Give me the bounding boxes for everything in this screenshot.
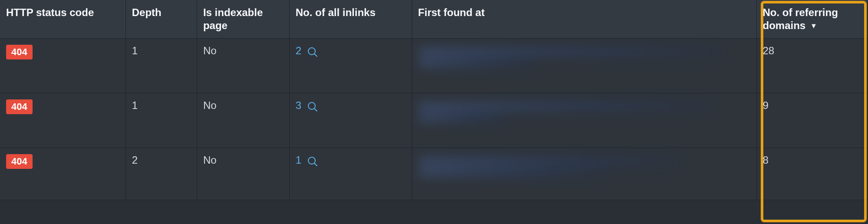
sort-desc-icon: ▼ [810, 22, 817, 30]
col-header-referring-domains-label: No. of referring domains [763, 7, 838, 31]
cell-first-found [412, 39, 757, 93]
table-header-row: HTTP status code Depth Is indexable page… [0, 0, 868, 39]
col-header-indexable[interactable]: Is indexable page [197, 0, 290, 39]
cell-depth: 1 [126, 93, 197, 148]
redacted-text [418, 47, 750, 67]
search-icon[interactable] [308, 47, 316, 55]
col-header-http-status[interactable]: HTTP status code [0, 0, 126, 39]
cell-inlinks[interactable]: 2 [290, 39, 412, 93]
status-badge: 404 [6, 45, 33, 59]
table-row: 404 1 No 2 28 [0, 39, 868, 93]
cell-refdomains: 8 [757, 148, 868, 200]
inlinks-count: 1 [296, 154, 301, 166]
col-header-first-found[interactable]: First found at [412, 0, 757, 39]
cell-depth: 2 [126, 148, 197, 200]
col-header-depth[interactable]: Depth [126, 0, 197, 39]
redacted-text [418, 157, 750, 177]
col-header-inlinks[interactable]: No. of all inlinks [290, 0, 412, 39]
cell-indexable: No [197, 39, 290, 93]
cell-indexable: No [197, 93, 290, 148]
inlinks-count: 2 [296, 45, 301, 56]
redacted-text [418, 102, 750, 122]
cell-first-found [412, 148, 757, 200]
cell-indexable: No [197, 148, 290, 200]
cell-inlinks[interactable]: 3 [290, 93, 412, 148]
search-icon[interactable] [308, 102, 316, 110]
search-icon[interactable] [308, 157, 316, 165]
cell-status: 404 [0, 93, 126, 148]
cell-status: 404 [0, 148, 126, 200]
cell-depth: 1 [126, 39, 197, 93]
cell-status: 404 [0, 39, 126, 93]
results-table: HTTP status code Depth Is indexable page… [0, 0, 868, 200]
cell-first-found [412, 93, 757, 148]
status-badge: 404 [6, 154, 33, 169]
inlinks-count: 3 [296, 99, 301, 111]
col-header-referring-domains[interactable]: No. of referring domains ▼ [757, 0, 868, 39]
cell-refdomains: 9 [757, 93, 868, 148]
cell-refdomains: 28 [757, 39, 868, 93]
status-badge: 404 [6, 99, 33, 114]
table-row: 404 2 No 1 8 [0, 148, 868, 200]
cell-inlinks[interactable]: 1 [290, 148, 412, 200]
table-row: 404 1 No 3 9 [0, 93, 868, 148]
